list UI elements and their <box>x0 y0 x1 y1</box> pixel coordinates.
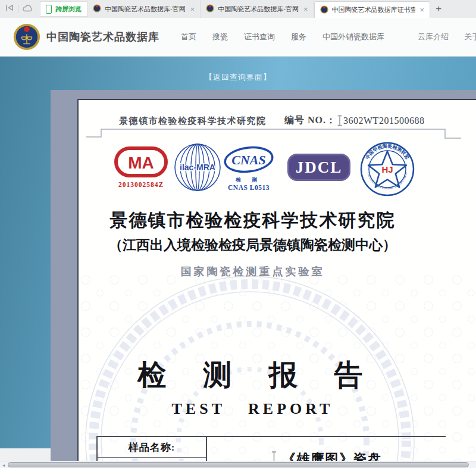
cnas-caption-cn: 检 测 <box>223 176 274 184</box>
tab-database-official-1[interactable]: 中国陶瓷艺术品数据库-官网 × <box>87 0 201 18</box>
site-favicon <box>93 4 101 14</box>
tab-label: 中国陶瓷艺术品数据库-官网 <box>105 5 186 14</box>
nav-item-export-porcelain-db[interactable]: 中国外销瓷数据库 <box>322 32 384 42</box>
org-branch-line: （江西出入境检验检疫局景德镇陶瓷检测中心） <box>79 236 427 254</box>
header-rule-line <box>79 100 471 142</box>
tab-database-official-2[interactable]: 中国陶瓷艺术品数据库-官网 × <box>201 0 314 18</box>
nav-item-cloud-intro[interactable]: 云库介绍 <box>418 32 449 42</box>
document-viewer: 景德镇市检验检疫科学技术研究院 编号 NO.： 3602WT201500688 … <box>51 90 476 468</box>
org-title-cn: 景德镇市检验检疫科学技术研究院 <box>79 208 427 233</box>
tab-label: 中国陶瓷艺术品数据库证书查询 <box>332 5 415 14</box>
nav-menu: 首页 搜瓷 证书查询 服务 中国外销瓷数据库 <box>181 32 384 42</box>
cnas-logo: CNAS 检 测 CNAS L0513 <box>223 145 274 191</box>
hj-ceramic-union-logo: HJ 中国华检陶瓷检测联盟 CHINA HUA-JIAN CERAMIC TES… <box>360 142 415 199</box>
svg-text:MA: MA <box>128 154 154 172</box>
nav-item-search[interactable]: 搜瓷 <box>212 32 228 42</box>
site-nav: 中国陶瓷艺术品数据库 首页 搜瓷 证书查询 服务 中国外销瓷数据库 云库介绍 关… <box>0 18 476 57</box>
nav-menu-right: 云库介绍 关于 <box>418 18 476 56</box>
close-icon[interactable]: × <box>303 5 308 13</box>
svg-text:HJ: HJ <box>381 164 393 174</box>
site-favicon <box>320 5 328 15</box>
jdcl-logo: JDCL <box>287 154 350 181</box>
sidebar-toggle-icon[interactable] <box>5 4 14 14</box>
body-bottom-strip <box>0 448 51 461</box>
nav-item-certificate-query[interactable]: 证书查询 <box>244 32 275 42</box>
site-favicon <box>206 4 214 14</box>
report-title-cn: 检 测 报 告 <box>79 356 427 394</box>
horizontal-scrollbar[interactable]: ◂ <box>0 461 476 468</box>
tab-label: 跨屏浏览 <box>55 5 82 14</box>
lab-name-line: 国家陶瓷检测重点实验室 <box>79 264 427 279</box>
sample-label-cn: 样品名称: <box>98 437 206 458</box>
cnas-caption-code: CNAS L0513 <box>223 184 274 191</box>
svg-text:ilac-MRA: ilac-MRA <box>180 163 215 172</box>
cloud-icon[interactable] <box>23 4 33 14</box>
site-logo-emblem[interactable] <box>13 23 40 51</box>
certificate-page: 景德镇市检验检疫科学技术研究院 编号 NO.： 3602WT201500688 … <box>77 99 476 468</box>
scroll-left-arrow-icon[interactable]: ◂ <box>0 461 7 468</box>
nav-item-about[interactable]: 关于 <box>464 32 476 42</box>
phone-icon <box>46 5 52 14</box>
close-icon[interactable]: × <box>420 6 425 14</box>
tab-bar: 跨屏浏览 中国陶瓷艺术品数据库-官网 × 中国陶瓷艺术品数据库-官网 × 中国陶… <box>0 0 476 18</box>
cma-logo: MA 2013002584Z <box>113 146 169 188</box>
tab-cross-screen[interactable]: 跨屏浏览 <box>40 1 87 17</box>
ilac-mra-logo: ilac-MRA <box>174 143 221 194</box>
new-tab-button[interactable]: + <box>430 0 447 18</box>
divider <box>18 5 18 13</box>
cma-number: 2013002584Z <box>113 181 169 188</box>
browser-window: 跨屏浏览 中国陶瓷艺术品数据库-官网 × 中国陶瓷艺术品数据库-官网 × 中国陶… <box>0 0 476 468</box>
site-title: 中国陶瓷艺术品数据库 <box>46 30 159 44</box>
report-title-en: TEST REPORT <box>79 400 427 418</box>
scrollbar-thumb[interactable] <box>8 462 469 467</box>
nav-item-services[interactable]: 服务 <box>291 32 306 42</box>
nav-item-home[interactable]: 首页 <box>181 32 196 42</box>
jdcl-text: JDCL <box>296 158 343 177</box>
tab-label: 中国陶瓷艺术品数据库-官网 <box>218 5 299 14</box>
close-icon[interactable]: × <box>190 5 195 13</box>
back-to-query-link[interactable]: 【返回查询界面】 <box>0 72 476 83</box>
tab-certificate-query-active[interactable]: 中国陶瓷艺术品数据库证书查询 × <box>314 1 431 18</box>
window-icon-group <box>0 0 38 18</box>
svg-text:CNAS: CNAS <box>231 152 265 167</box>
